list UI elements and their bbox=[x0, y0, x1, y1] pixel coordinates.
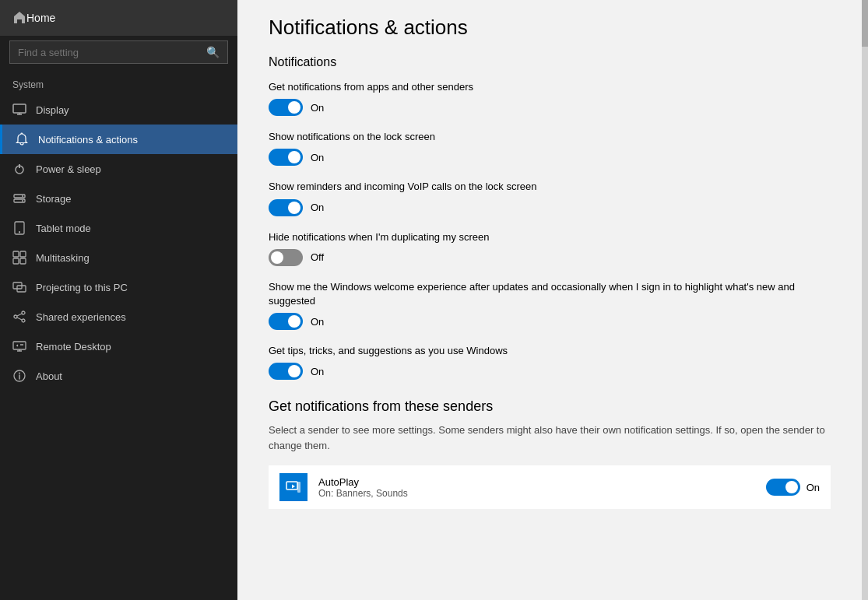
projecting-icon bbox=[12, 280, 26, 294]
notif-apps-toggle[interactable] bbox=[269, 99, 303, 116]
nav-item-tablet[interactable]: Tablet mode bbox=[0, 213, 237, 243]
svg-rect-13 bbox=[13, 258, 19, 264]
power-icon bbox=[12, 162, 26, 176]
notif-duplicate-state: Off bbox=[311, 251, 324, 263]
search-input[interactable] bbox=[18, 47, 206, 58]
nav-item-storage[interactable]: Storage bbox=[0, 184, 237, 213]
notif-reminders-label: Show reminders and incoming VoIP calls o… bbox=[269, 180, 831, 194]
notif-tips-state: On bbox=[311, 366, 324, 377]
svg-rect-0 bbox=[13, 104, 26, 113]
notif-welcome-toggle[interactable] bbox=[269, 313, 303, 330]
scrollbar-track[interactable] bbox=[862, 0, 868, 600]
sidebar: Home 🔍 System Display Notifications & ac… bbox=[0, 0, 237, 600]
nav-item-shared[interactable]: Shared experiences bbox=[0, 302, 237, 332]
svg-rect-31 bbox=[297, 482, 300, 493]
notif-welcome-label: Show me the Windows welcome experience a… bbox=[269, 280, 831, 308]
svg-line-20 bbox=[17, 314, 22, 316]
senders-heading: Get notifications from these senders bbox=[269, 398, 831, 415]
notif-lock-toggle[interactable] bbox=[269, 149, 303, 166]
notif-reminders-state: On bbox=[311, 202, 324, 213]
setting-notif-reminders: Show reminders and incoming VoIP calls o… bbox=[269, 180, 831, 216]
autoplay-info: AutoPlay On: Banners, Sounds bbox=[318, 476, 766, 499]
notif-apps-label: Get notifications from apps and other se… bbox=[269, 80, 831, 94]
page-title: Notifications & actions bbox=[269, 16, 831, 40]
svg-rect-12 bbox=[20, 251, 26, 257]
tablet-label: Tablet mode bbox=[36, 223, 91, 234]
autoplay-icon bbox=[279, 473, 307, 501]
power-label: Power & sleep bbox=[36, 163, 101, 175]
remote-icon bbox=[12, 339, 26, 353]
display-label: Display bbox=[36, 104, 69, 116]
notif-lock-label: Show notifications on the lock screen bbox=[269, 130, 831, 144]
shared-label: Shared experiences bbox=[36, 311, 126, 323]
svg-point-18 bbox=[14, 315, 17, 318]
notif-tips-label: Get tips, tricks, and suggestions as you… bbox=[269, 344, 831, 358]
autoplay-state: On bbox=[807, 482, 820, 493]
setting-notif-tips: Get tips, tricks, and suggestions as you… bbox=[269, 344, 831, 380]
system-section-label: System bbox=[0, 73, 237, 95]
home-label: Home bbox=[26, 12, 55, 24]
svg-point-8 bbox=[22, 200, 23, 202]
svg-point-19 bbox=[22, 319, 25, 322]
setting-notif-duplicate: Hide notifications when I'm duplicating … bbox=[269, 230, 831, 266]
autoplay-toggle[interactable] bbox=[766, 479, 800, 496]
notif-lock-state: On bbox=[311, 152, 324, 163]
app-row-autoplay[interactable]: AutoPlay On: Banners, Sounds On bbox=[269, 465, 831, 509]
tablet-icon bbox=[12, 221, 26, 235]
autoplay-toggle-area: On bbox=[766, 479, 820, 496]
storage-label: Storage bbox=[36, 193, 72, 205]
notifications-label: Notifications & actions bbox=[38, 134, 138, 146]
about-icon bbox=[12, 369, 26, 383]
notifications-icon bbox=[15, 132, 29, 146]
about-label: About bbox=[36, 370, 62, 382]
scrollbar-thumb[interactable] bbox=[862, 0, 868, 47]
senders-desc: Select a sender to see more settings. So… bbox=[269, 423, 831, 453]
display-icon bbox=[12, 103, 26, 117]
notif-welcome-state: On bbox=[311, 316, 324, 328]
svg-point-7 bbox=[22, 195, 23, 197]
search-icon-button[interactable]: 🔍 bbox=[206, 46, 220, 58]
svg-rect-11 bbox=[13, 251, 19, 257]
notif-duplicate-toggle[interactable] bbox=[269, 249, 303, 266]
nav-item-remote[interactable]: Remote Desktop bbox=[0, 332, 237, 361]
svg-rect-14 bbox=[20, 258, 26, 264]
shared-icon bbox=[12, 310, 26, 324]
remote-label: Remote Desktop bbox=[36, 341, 111, 353]
autoplay-sub: On: Banners, Sounds bbox=[318, 488, 766, 499]
senders-section: Get notifications from these senders Sel… bbox=[269, 398, 831, 509]
nav-item-power[interactable]: Power & sleep bbox=[0, 154, 237, 184]
notif-tips-toggle[interactable] bbox=[269, 363, 303, 380]
autoplay-name: AutoPlay bbox=[318, 476, 766, 488]
setting-notif-lock: Show notifications on the lock screen On bbox=[269, 130, 831, 166]
nav-item-display[interactable]: Display bbox=[0, 95, 237, 125]
notif-apps-state: On bbox=[311, 102, 324, 114]
home-button[interactable]: Home bbox=[0, 0, 237, 36]
svg-rect-22 bbox=[13, 342, 26, 349]
search-box[interactable]: 🔍 bbox=[9, 40, 228, 64]
multitasking-label: Multitasking bbox=[36, 252, 90, 264]
svg-point-17 bbox=[22, 311, 25, 314]
notif-duplicate-label: Hide notifications when I'm duplicating … bbox=[269, 230, 831, 244]
setting-notif-welcome: Show me the Windows welcome experience a… bbox=[269, 280, 831, 330]
nav-item-projecting[interactable]: Projecting to this PC bbox=[0, 272, 237, 302]
multitasking-icon bbox=[12, 251, 26, 265]
nav-item-multitasking[interactable]: Multitasking bbox=[0, 243, 237, 272]
setting-notif-apps: Get notifications from apps and other se… bbox=[269, 80, 831, 116]
svg-point-29 bbox=[19, 373, 20, 374]
projecting-label: Projecting to this PC bbox=[36, 282, 128, 293]
nav-item-notifications[interactable]: Notifications & actions bbox=[0, 125, 237, 154]
notif-reminders-toggle[interactable] bbox=[269, 199, 303, 216]
home-icon bbox=[12, 11, 26, 25]
nav-item-about[interactable]: About bbox=[0, 361, 237, 391]
main-content: Notifications & actions Notifications Ge… bbox=[237, 0, 862, 600]
notifications-heading: Notifications bbox=[269, 55, 831, 69]
svg-line-21 bbox=[17, 318, 22, 320]
storage-icon bbox=[12, 191, 26, 205]
